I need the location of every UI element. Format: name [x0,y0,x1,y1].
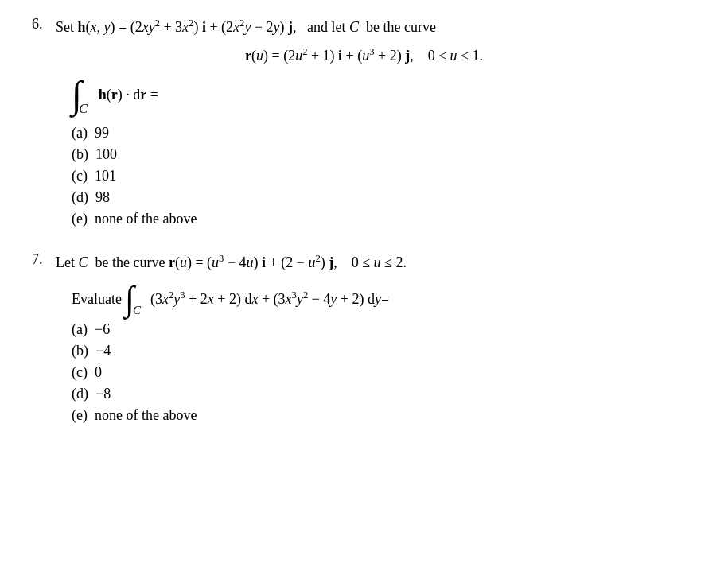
option-6c: (c) 101 [72,168,696,184]
question-6-options: (a) 99 (b) 100 (c) 101 (d) 98 (e) none o… [72,125,696,227]
option-7d: (d) −8 [72,386,696,402]
question-7-number: 7. [32,251,51,268]
question-6-number: 6. [32,16,51,33]
question-6-integral: ∫ C h(r) · dr = [72,76,696,114]
option-6d: (d) 98 [72,189,696,206]
question-6-curve: r(u) = (2u2 + 1) i + (u3 + 2) j, 0 ≤ u ≤… [32,46,696,64]
option-6e: (e) none of the above [72,211,696,227]
integral-expr-6: h(r) · dr = [99,83,158,107]
option-6b: (b) 100 [72,146,696,163]
integral-sub-6: C [79,102,88,116]
question-6: 6. Set h(x, y) = (2xy2 + 3x2) i + (2x2y … [32,16,696,227]
integral-sub-7: C [133,304,141,317]
question-7-intro: Let C be the curve r(u) = (u3 − 4u) i + … [56,251,407,274]
question-6-intro: Set h(x, y) = (2xy2 + 3x2) i + (2x2y − 2… [56,16,436,38]
option-7e: (e) none of the above [72,407,696,424]
question-7-options: (a) −6 (b) −4 (c) 0 (d) −8 (e) none of t… [72,321,696,424]
question-7-header: 7. Let C be the curve r(u) = (u3 − 4u) i… [32,251,696,274]
option-7a: (a) −6 [72,321,696,338]
question-6-header: 6. Set h(x, y) = (2xy2 + 3x2) i + (2x2y … [32,16,696,38]
question-7: 7. Let C be the curve r(u) = (u3 − 4u) i… [32,251,696,424]
integral-expr-7: (3x2y3 + 2x + 2) dx + (3x3y2 − 4y + 2) d… [150,287,389,311]
evaluate-label: Evaluate [72,291,122,308]
option-6a: (a) 99 [72,125,696,142]
option-7c: (c) 0 [72,364,696,381]
question-7-evaluate: Evaluate ∫ C (3x2y3 + 2x + 2) dx + (3x3y… [72,282,696,316]
option-7b: (b) −4 [72,343,696,359]
